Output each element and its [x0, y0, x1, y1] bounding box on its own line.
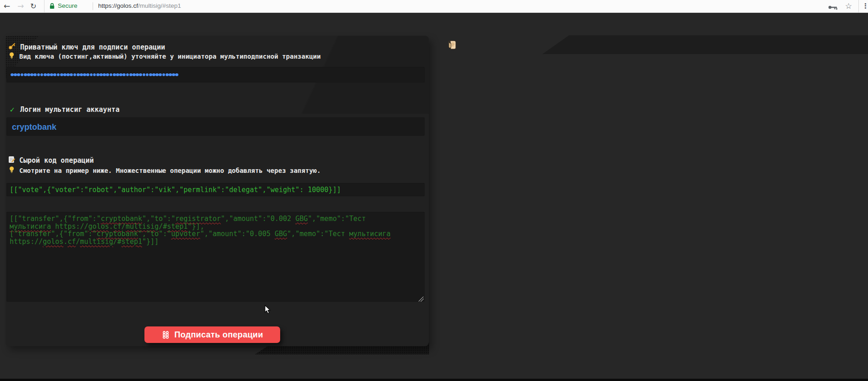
url-separator [93, 2, 93, 10]
forward-button[interactable]: → [17, 0, 24, 12]
saved-password-key-icon[interactable] [828, 4, 838, 12]
raw-ops-example-input[interactable]: [["vote",{"voter":"robot","author":"vik"… [6, 183, 425, 196]
key-icon [8, 42, 16, 52]
resize-handle[interactable] [419, 297, 424, 302]
private-key-hint-row: Вид ключа (постинг,активный) уточняйте у… [8, 52, 321, 61]
url-bar[interactable]: https://golos.cf/multisig/#step1 [98, 2, 181, 9]
bookmark-star-button[interactable]: ☆ [845, 0, 852, 12]
raw-ops-hint: Смотрите на пример ниже. Множественные о… [19, 167, 321, 174]
back-button[interactable]: ← [4, 0, 10, 12]
mouse-cursor [265, 305, 271, 315]
lock-icon[interactable] [50, 3, 55, 11]
bulb-icon [8, 166, 15, 175]
browser-toolbar: ← → ↻ Secure https://golos.cf/multisig/#… [0, 0, 868, 13]
private-key-dots [11, 73, 179, 77]
bulb-icon [8, 52, 15, 61]
multisig-form-panel: Приватный ключ для подписи операции Вид … [6, 36, 429, 346]
login-input[interactable]: cryptobank [6, 117, 425, 136]
sign-operations-label: Подписать операции [174, 330, 263, 340]
login-label-row: ✓ Логин мультисиг аккаунта [8, 105, 120, 114]
raw-ops-label: Сырой код операций [19, 156, 94, 165]
secure-label: Secure [58, 2, 77, 9]
check-icon: ✓ [8, 105, 16, 114]
texture-ribbon [542, 35, 868, 54]
bottom-strip [0, 379, 868, 381]
page-content: Приватный ключ для подписи операции Вид … [0, 13, 868, 381]
private-key-input[interactable] [6, 67, 425, 83]
memo-icon [8, 156, 15, 165]
raw-ops-label-row: Сырой код операций [8, 156, 94, 165]
raw-operations-textarea[interactable]: [["transfer",{"from":"cryptobank","to":"… [6, 212, 425, 302]
login-value: cryptobank [7, 118, 424, 136]
private-key-label-row: Приватный ключ для подписи операции [8, 42, 165, 52]
raw-ops-example-value: [["vote",{"voter":"robot","author":"vik"… [7, 183, 424, 197]
reload-button[interactable]: ↻ [30, 0, 36, 12]
toolbar-separator [44, 0, 44, 12]
private-key-label: Приватный ключ для подписи операции [20, 43, 165, 51]
url-domain: https://golos.cf [98, 2, 138, 9]
private-key-hint: Вид ключа (постинг,активный) уточняйте у… [19, 53, 321, 60]
chains-icon [161, 331, 170, 339]
url-path: /multisig/#step1 [138, 2, 181, 9]
omnibox-separator [858, 0, 859, 12]
sign-operations-button[interactable]: Подписать операции [144, 326, 280, 343]
browser-menu-button[interactable]: ⋮ [862, 0, 868, 12]
scroll-icon [448, 40, 456, 52]
login-label: Логин мультисиг аккаунта [20, 105, 120, 114]
browser-window: ← → ↻ Secure https://golos.cf/multisig/#… [0, 0, 868, 381]
raw-ops-hint-row: Смотрите на пример ниже. Множественные о… [8, 166, 321, 175]
